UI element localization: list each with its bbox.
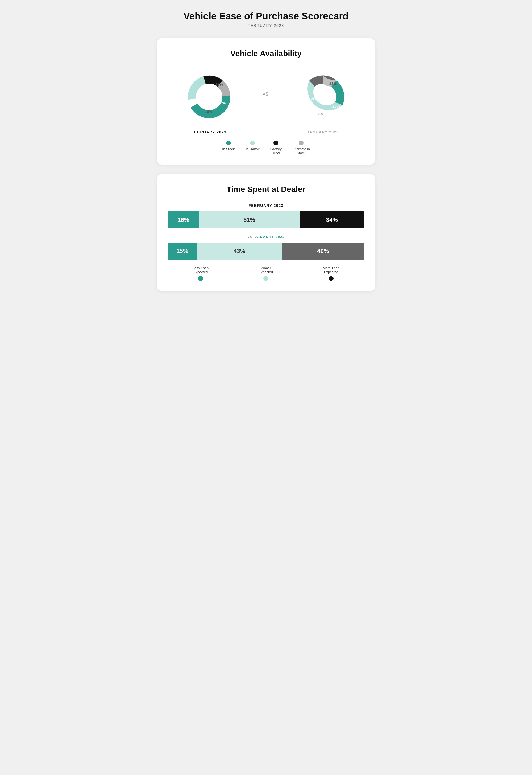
page-title: Vehicle Ease of Purchase Scorecard (157, 11, 375, 22)
donut-previous: 36% 28% 28% 9% (294, 68, 352, 126)
legend-in-stock: In Stock (222, 140, 235, 155)
time-dealer-title: Time Spent at Dealer (168, 185, 364, 194)
less-label: Less ThanExpected (193, 266, 209, 274)
feb-less-seg: 16% (168, 212, 199, 229)
jan-more-seg: 40% (282, 243, 364, 260)
availability-legend: In Stock In Transit FactoryOrder Alterna… (168, 140, 364, 155)
less-dot (198, 276, 203, 281)
page-subtitle: FEBRUARY 2023 (157, 23, 375, 28)
svg-text:9%: 9% (318, 112, 323, 116)
in-stock-label: In Stock (222, 147, 235, 151)
jan-less-seg: 15% (168, 243, 197, 260)
vs-jan-row: VS. JANAURY 2023 (168, 235, 364, 239)
more-label: More ThanExpected (323, 266, 340, 274)
svg-text:36%: 36% (309, 96, 316, 100)
svg-text:28%: 28% (329, 81, 337, 86)
availability-title: Vehicle Availability (168, 49, 364, 58)
what-label: What IExpected (259, 266, 273, 274)
svg-text:28%: 28% (333, 104, 340, 108)
svg-text:10%: 10% (205, 110, 212, 114)
jan-bar-label: JANAURY 2023 (255, 235, 285, 239)
more-dot (329, 276, 334, 281)
bar-legend-less: Less ThanExpected (193, 266, 209, 281)
chart-current-label: FEBRUARY 2023 (192, 130, 227, 134)
alternate-dot (299, 140, 304, 145)
legend-alternate: Alternate inStock (292, 140, 310, 155)
jan-bar: 15% 43% 40% (168, 243, 364, 260)
jan-what-seg: 43% (197, 243, 282, 260)
chart-previous-label: JANUARY 2023 (307, 130, 339, 134)
chart-current: 52% 19% 18% 10% FEBRUARY 2023 (180, 68, 238, 134)
in-stock-dot (226, 140, 231, 145)
feb-bar-label: FEBRUARY 2023 (168, 204, 364, 208)
in-transit-label: In Transit (245, 147, 259, 151)
time-dealer-card: Time Spent at Dealer FEBRUARY 2023 16% 5… (157, 174, 375, 291)
factory-order-dot (273, 140, 278, 145)
what-dot (263, 276, 268, 281)
in-transit-dot (250, 140, 255, 145)
feb-bar: 16% 51% 34% (168, 212, 364, 229)
donut-current: 52% 19% 18% 10% (180, 68, 238, 126)
svg-text:19%: 19% (215, 82, 223, 86)
legend-factory-order: FactoryOrder (270, 140, 282, 155)
chart-previous: 36% 28% 28% 9% JANUARY 2023 (294, 68, 352, 134)
charts-row: 52% 19% 18% 10% FEBRUARY 2023 VS. (168, 68, 364, 134)
factory-order-label: FactoryOrder (270, 147, 282, 155)
legend-in-transit: In Transit (245, 140, 259, 155)
svg-text:52%: 52% (192, 96, 200, 100)
availability-card: Vehicle Availability (157, 38, 375, 164)
vs-label: VS. (263, 92, 269, 97)
alternate-label: Alternate inStock (292, 147, 310, 155)
feb-more-seg: 34% (300, 212, 364, 229)
bar-legend: Less ThanExpected What IExpected More Th… (168, 266, 364, 281)
svg-text:18%: 18% (218, 101, 226, 105)
bar-legend-what: What IExpected (259, 266, 273, 281)
bar-legend-more: More ThanExpected (323, 266, 340, 281)
feb-what-seg: 51% (199, 212, 299, 229)
